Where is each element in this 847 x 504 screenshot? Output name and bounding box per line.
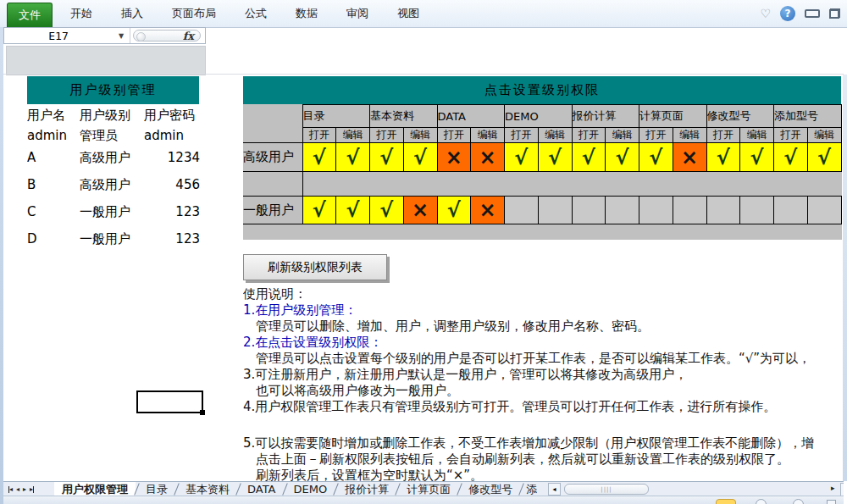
user-cell[interactable]: 123 [144,231,200,246]
perm-cell[interactable]: √ [505,143,539,172]
user-cell[interactable]: 管理员 [80,128,144,143]
permission-panel-title: 点击设置级别权限 [243,76,841,104]
perm-cell[interactable]: √ [572,143,606,172]
ribbon-tab-2[interactable]: 插入 [107,6,158,21]
ribbon-tab-7[interactable]: 视图 [383,6,434,21]
perm-cell[interactable] [639,197,673,224]
perm-cell[interactable] [572,197,606,224]
sheet-tab-7[interactable]: 修改型号 [461,482,520,496]
instruction-line: 4.用户权限管理工作表只有管理员级别方可打开。管理员可以打开任何工作表，进行所有… [243,399,841,415]
ribbon-tab-1[interactable]: 开始 [56,6,107,21]
scrollbar-end-box[interactable] [840,483,844,496]
window-controls: ♡ ? [760,5,840,22]
fill-handle[interactable] [200,410,205,415]
prev-sheet-icon[interactable]: ◂ [16,485,19,493]
sheet-tab-0[interactable]: 用户权限管理 [54,482,136,496]
perm-cell[interactable]: √ [403,143,437,172]
user-cell[interactable]: 123 [144,204,200,219]
user-col-header: 用户级别 [80,108,144,123]
perm-cell[interactable]: × [437,143,471,172]
window-frame-right [843,75,847,481]
user-cell[interactable]: 456 [144,177,200,192]
insert-function-icon[interactable]: fx [183,30,194,42]
separator-label-cell [243,172,302,197]
status-bar [3,496,844,504]
scroll-right-icon[interactable]: ▸ [831,484,835,492]
perm-cell[interactable]: √ [606,143,639,172]
tab-scroll-left-icon[interactable]: ◂ [548,483,561,496]
bottom-band-row [243,224,841,240]
sheet-tab-5[interactable]: 报价计算 [337,482,396,496]
ribbon-tab-3[interactable]: 页面布局 [158,6,230,21]
perm-cell[interactable] [774,197,808,224]
ribbon-tab-5[interactable]: 数据 [281,6,332,21]
user-cell[interactable]: D [27,231,80,246]
perm-cell[interactable]: √ [437,197,471,224]
help-icon[interactable]: ? [780,6,795,21]
perm-subheader: 打开 [774,128,808,143]
perm-cell[interactable]: √ [740,143,774,172]
perm-cell[interactable] [538,197,572,224]
perm-cell[interactable]: √ [807,143,841,172]
sheet-tab-4[interactable]: DEMO [286,482,335,496]
name-box[interactable]: E17 [4,30,113,42]
user-cell[interactable]: A [27,150,80,165]
perm-cell[interactable]: √ [706,143,740,172]
sheet-tab-3[interactable]: DATA [240,482,284,496]
perm-cell[interactable]: √ [336,197,370,224]
perm-cell[interactable] [807,197,841,224]
user-cell[interactable]: 1234 [144,150,200,165]
group-header-row: 目录基本资料DATADEMO报价计算计算页面修改型号添加型号 [243,105,841,128]
last-sheet-icon[interactable]: ▸ [30,485,34,493]
perm-subheader: 编辑 [740,128,774,143]
favorite-heart-icon[interactable]: ♡ [760,8,771,19]
perm-cell[interactable] [505,197,539,224]
selected-cell-outline[interactable] [136,390,203,413]
refresh-permission-list-button[interactable]: 刷新级别权限列表 [243,254,387,280]
user-cell[interactable]: 一般用户 [80,231,144,246]
perm-cell[interactable]: √ [302,143,336,172]
perm-cell[interactable]: × [403,197,437,224]
perm-cell[interactable]: √ [370,143,404,172]
minimize-icon[interactable] [805,9,820,18]
perm-cell[interactable]: √ [302,197,336,224]
ribbon-tab-4[interactable]: 公式 [230,6,281,21]
perm-cell[interactable]: × [673,143,706,172]
ribbon-tab-6[interactable]: 审阅 [332,6,383,21]
sheet-group-header: DATA [437,105,505,128]
user-cell[interactable]: admin [27,128,80,143]
perm-cell[interactable]: × [471,197,505,224]
perm-cell[interactable]: √ [336,143,370,172]
perm-cell[interactable]: √ [538,143,572,172]
perm-cell[interactable]: × [471,143,505,172]
sheet-tab-6[interactable]: 计算页面 [399,482,458,496]
user-cell[interactable]: admin [144,128,200,143]
sheet-tab-bar: ◂ ◂ ▸ ▸ 用户权限管理目录基本资料DATADEMO报价计算计算页面修改型号… [3,481,844,496]
user-cell[interactable]: 一般用户 [80,204,144,219]
perm-cell[interactable] [673,197,706,224]
perm-cell[interactable]: √ [774,143,808,172]
pill-knob-icon [136,32,146,42]
perm-cell[interactable] [606,197,639,224]
perm-cell[interactable] [706,197,740,224]
sheet-tab-partial[interactable]: 添 [523,482,537,496]
user-cell[interactable]: B [27,177,80,192]
perm-subheader: 打开 [505,128,539,143]
user-table: 用户名用户级别用户密码admin管理员adminA高级用户1234B高级用户45… [27,108,205,255]
perm-cell[interactable]: √ [370,197,404,224]
user-cell[interactable]: 高级用户 [80,150,144,165]
name-box-dropdown-icon[interactable]: ▼ [113,32,130,40]
user-cell[interactable]: 高级用户 [80,177,144,192]
user-cell[interactable]: C [27,204,80,219]
next-sheet-icon[interactable]: ▸ [23,485,26,493]
restore-icon[interactable] [829,8,840,19]
horizontal-scrollbar-thumb[interactable]: |||| [564,484,649,495]
permission-row: 高级用户√√√√××√√√√√×√√√√ [243,143,841,172]
perm-cell[interactable] [740,197,774,224]
first-sheet-icon[interactable]: ◂ [8,485,13,493]
perm-cell[interactable]: √ [639,143,673,172]
file-tab[interactable]: 文件 [7,3,53,27]
sheet-tab-2[interactable]: 基本资料 [178,482,237,496]
sheet-tab-1[interactable]: 目录 [138,482,175,496]
divider [130,28,130,43]
